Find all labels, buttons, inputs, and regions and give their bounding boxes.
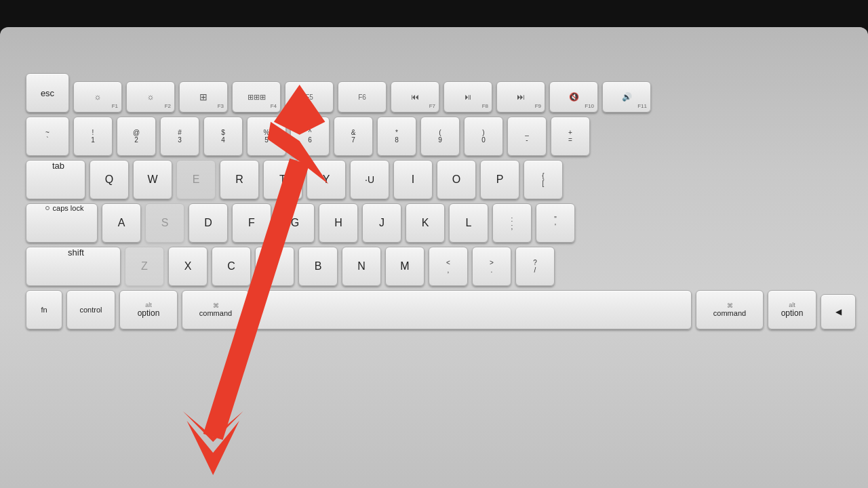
zxcv-row: shift Z X C V B N M < [26,247,856,286]
key-f5[interactable]: F5 [285,81,334,113]
key-comma[interactable]: < , [429,247,468,286]
key-option-right[interactable]: alt option [768,290,816,329]
asdf-row: caps lock A S D F G H J [26,203,856,243]
key-f10[interactable]: 🔇 F10 [549,81,598,113]
key-u[interactable]: ·U [350,160,389,199]
key-j[interactable]: J [362,203,401,243]
key-control[interactable]: control [66,290,115,329]
key-0[interactable]: ) 0 [464,117,503,156]
key-period[interactable]: > . [472,247,511,286]
number-row: ~ ` ! 1 @ 2 # 3 $ 4 % 5 [26,117,856,156]
key-9[interactable]: ( 9 [420,117,460,156]
key-tilde[interactable]: ~ ` [26,117,69,156]
key-f7[interactable]: ⏮ F7 [391,81,439,113]
key-x[interactable]: X [168,247,208,286]
key-l[interactable]: L [449,203,488,243]
key-z[interactable]: Z [125,247,164,286]
key-f9[interactable]: ⏭ F9 [496,81,545,113]
key-minus[interactable]: _ - [507,117,547,156]
key-esc[interactable]: esc [26,73,69,113]
key-8[interactable]: * 8 [377,117,416,156]
key-f4[interactable]: ⊞⊞⊞ F4 [232,81,281,113]
key-equals[interactable]: + = [551,117,590,156]
fn-key-row: esc ☼ F1 ☼ F2 ⊞ F3 ⊞⊞⊞ F4 F5 F6 [26,73,856,113]
key-d[interactable]: D [189,203,228,243]
key-6[interactable]: ^ 6 [290,117,330,156]
key-quote[interactable]: " ' [536,203,575,243]
key-tab[interactable]: tab [26,160,85,199]
key-caps-lock[interactable]: caps lock [26,203,98,243]
key-option-left[interactable]: alt option [119,290,178,329]
key-4[interactable]: $ 4 [203,117,243,156]
key-semicolon[interactable]: : ; [492,203,532,243]
key-m[interactable]: M [385,247,425,286]
key-g[interactable]: G [275,203,315,243]
key-a[interactable]: A [102,203,141,243]
key-f8[interactable]: ⏯ F8 [443,81,492,113]
key-f11[interactable]: 🔊 F11 [602,81,651,113]
key-command-right[interactable]: ⌘ command [696,290,764,329]
keyboard-container: esc ☼ F1 ☼ F2 ⊞ F3 ⊞⊞⊞ F4 F5 F6 [14,61,868,488]
key-1[interactable]: ! 1 [73,117,113,156]
key-o[interactable]: O [437,160,476,199]
key-f2[interactable]: ☼ F2 [126,81,175,113]
key-c[interactable]: C [212,247,251,286]
key-p[interactable]: P [480,160,519,199]
qwerty-row: tab Q W E R T Y ·U I [26,160,856,199]
keyboard-bg: esc ☼ F1 ☼ F2 ⊞ F3 ⊞⊞⊞ F4 F5 F6 [0,27,868,488]
key-shift-left[interactable]: shift [26,247,121,286]
bottom-row: fn control alt option ⌘ command ⌘ comman… [26,290,856,329]
key-bracket-open[interactable]: { [ [524,160,563,199]
key-n[interactable]: N [342,247,381,286]
key-f6[interactable]: F6 [338,81,387,113]
key-w[interactable]: W [133,160,172,199]
key-f[interactable]: F [232,203,271,243]
key-y[interactable]: Y [307,160,346,199]
key-b[interactable]: B [298,247,338,286]
key-space[interactable] [254,290,692,329]
key-h[interactable]: H [319,203,358,243]
key-i[interactable]: I [393,160,433,199]
key-r[interactable]: R [220,160,259,199]
key-command-left[interactable]: ⌘ command [182,290,250,329]
key-f1[interactable]: ☼ F1 [73,81,122,113]
key-e[interactable]: E [176,160,216,199]
key-s[interactable]: S [145,203,184,243]
key-5[interactable]: % 5 [247,117,286,156]
key-arrow-left[interactable]: ◀ [821,294,856,329]
key-2[interactable]: @ 2 [117,117,156,156]
key-fn[interactable]: fn [26,290,62,329]
key-t[interactable]: T [263,160,302,199]
key-f3[interactable]: ⊞ F3 [179,81,228,113]
key-3[interactable]: # 3 [160,117,199,156]
key-slash[interactable]: ? / [515,247,555,286]
key-7[interactable]: & 7 [334,117,373,156]
key-k[interactable]: K [406,203,445,243]
key-q[interactable]: Q [90,160,129,199]
key-v[interactable]: V [255,247,294,286]
